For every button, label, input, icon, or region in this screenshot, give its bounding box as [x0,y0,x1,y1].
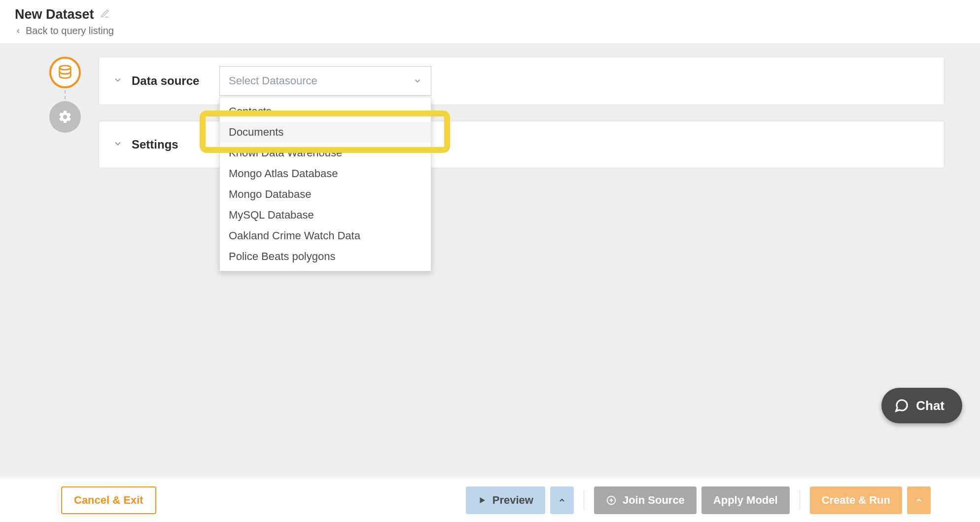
step-settings-icon[interactable] [49,101,81,133]
join-source-button[interactable]: Join Source [594,486,697,514]
dropdown-option[interactable]: Mongo Database [220,184,431,205]
dropdown-option[interactable]: Oakland Crime Watch Data [220,225,431,246]
datasource-label: Data source [132,74,210,88]
dropdown-option[interactable]: Knowi Data Warehouse [220,143,431,163]
join-source-label: Join Source [623,494,685,507]
back-label: Back to query listing [26,25,114,37]
dropdown-option[interactable]: Contacts [220,101,431,122]
page-header: New Dataset Back to query listing [0,0,980,43]
step-rail [49,57,81,133]
create-run-caret-button[interactable] [907,486,931,514]
preview-caret-button[interactable] [550,486,574,514]
select-placeholder: Select Datasource [229,75,317,87]
datasource-panel: Data source Select Datasource ContactsDo… [99,57,945,105]
chat-label: Chat [916,398,945,413]
dropdown-option[interactable]: Mongo Atlas Database [220,163,431,184]
dropdown-option[interactable]: MySQL Database [220,205,431,225]
footer-divider [800,490,800,510]
apply-model-button[interactable]: Apply Model [701,486,790,514]
cancel-exit-button[interactable]: Cancel & Exit [61,486,156,514]
create-run-button[interactable]: Create & Run [810,486,902,514]
dropdown-option[interactable]: Documents [220,122,431,143]
settings-label: Settings [132,138,210,151]
preview-button[interactable]: Preview [466,486,545,514]
back-to-listing-link[interactable]: Back to query listing [15,25,965,37]
chat-button[interactable]: Chat [881,388,962,423]
svg-point-0 [60,66,71,70]
svg-marker-1 [480,497,485,503]
datasource-select[interactable]: Select Datasource [219,66,431,96]
dropdown-option[interactable]: Police Beats polygons [220,246,431,267]
datasource-dropdown: ContactsDocumentsKnowi Data WarehouseMon… [219,97,431,271]
chevron-down-icon[interactable] [113,75,123,87]
rail-connector [65,90,66,99]
footer-divider [584,490,584,510]
step-datasource-icon[interactable] [49,57,81,88]
preview-label: Preview [492,494,533,507]
main-area: Data source Select Datasource ContactsDo… [0,43,980,477]
footer-bar: Cancel & Exit Preview Join Source Apply … [0,478,980,522]
edit-title-icon[interactable] [100,9,110,21]
chevron-down-icon[interactable] [113,139,123,150]
page-title: New Dataset [15,7,94,22]
